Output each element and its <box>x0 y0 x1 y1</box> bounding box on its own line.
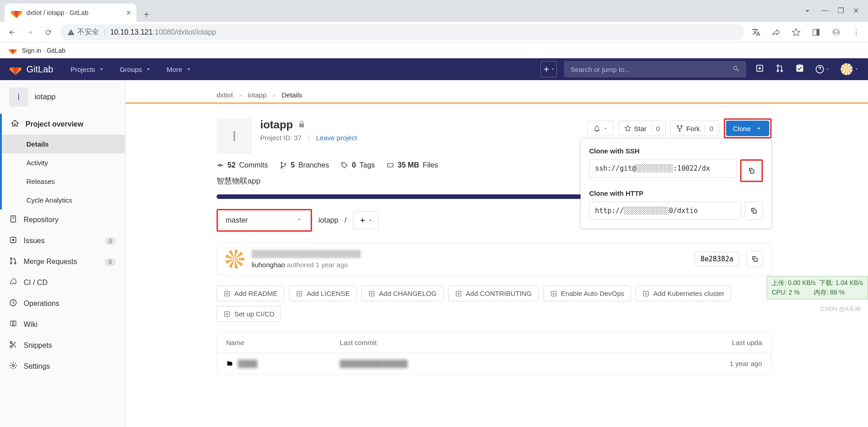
browser-tab-bar: dxtiot / iotapp · GitLab × + — ❐ ✕ <box>0 0 868 22</box>
sidebar-settings[interactable]: Settings <box>0 356 125 377</box>
plus-box-icon <box>296 290 303 297</box>
nav-groups[interactable]: Groups <box>113 58 158 80</box>
add-changelog-button[interactable]: Add CHANGELOG <box>361 285 444 301</box>
chevron-down-icon[interactable] <box>803 6 812 17</box>
commit-icon <box>217 162 224 169</box>
clone-ssh-label: Clone with SSH <box>589 147 763 155</box>
copy-http-button[interactable] <box>745 202 763 220</box>
sidebar-cicd[interactable]: CI / CD <box>0 272 125 293</box>
sidebar-activity[interactable]: Activity <box>2 153 125 172</box>
copy-sha-button[interactable] <box>747 251 763 267</box>
sidebar-operations[interactable]: Operations <box>0 293 125 314</box>
fork-button[interactable]: Fork0 <box>670 121 719 136</box>
sidebar-overview[interactable]: Project overview <box>2 114 125 135</box>
sidebar-repository[interactable]: Repository <box>0 209 125 230</box>
sidebar-snippets[interactable]: Snippets <box>0 335 125 356</box>
bookmark-link[interactable]: Sign in · GitLab <box>22 47 66 54</box>
project-header: I iotapp Project ID: 37 | Leave project … <box>217 107 772 159</box>
branch-selector[interactable]: master <box>219 211 310 229</box>
storage-stat[interactable]: 35 MBFiles <box>387 161 438 169</box>
svg-point-10 <box>10 258 12 259</box>
watermark: CSDN @A乐神 <box>821 305 861 313</box>
add-file-button[interactable] <box>353 211 378 229</box>
browser-tab[interactable]: dxtiot / iotapp · GitLab × <box>5 4 136 22</box>
share-icon[interactable] <box>770 26 782 39</box>
issues-count-badge: 0 <box>105 237 116 245</box>
mr-count-badge: 0 <box>105 258 116 266</box>
nav-projects[interactable]: Projects <box>64 58 111 80</box>
repository-icon <box>9 215 17 225</box>
profile-icon[interactable] <box>830 26 843 39</box>
nav-more[interactable]: More <box>160 58 198 80</box>
close-window-icon[interactable]: ✕ <box>853 6 859 17</box>
close-icon[interactable]: × <box>126 8 131 18</box>
branches-stat[interactable]: 5Branches <box>280 161 329 169</box>
window-controls: — ❐ ✕ <box>798 6 863 22</box>
copy-ssh-button[interactable] <box>742 162 761 180</box>
navbar-brand[interactable]: GitLab <box>9 63 53 76</box>
folder-icon <box>226 360 233 367</box>
reload-button[interactable] <box>42 26 55 39</box>
scissors-icon <box>9 341 17 351</box>
svg-point-19 <box>679 130 681 132</box>
commit-msg-blurred: ██████████████ <box>340 360 408 367</box>
merge-requests-icon[interactable] <box>775 64 784 75</box>
back-button[interactable] <box>5 26 18 39</box>
commits-stat[interactable]: 52Commits <box>217 161 268 169</box>
table-row[interactable]: ████ ██████████████ 1 year ago <box>217 353 771 374</box>
new-tab-button[interactable]: + <box>139 7 154 22</box>
breadcrumb-item[interactable]: dxtiot <box>217 91 233 99</box>
address-bar[interactable]: 不安全 | 10.10.13.121:10080/dxtiot/iotapp <box>60 24 744 41</box>
notification-button[interactable] <box>587 121 614 136</box>
clone-button[interactable]: Clone <box>726 121 769 136</box>
create-new-button[interactable] <box>540 61 557 77</box>
chevron-down-icon <box>755 125 762 132</box>
leave-project-link[interactable]: Leave project <box>316 134 357 142</box>
sidebar-cycle-analytics[interactable]: Cycle Analytics <box>2 191 125 209</box>
todos-icon[interactable] <box>795 64 804 75</box>
star-button[interactable]: Star0 <box>618 121 666 136</box>
setup-cicd-button[interactable]: Set up CI/CD <box>217 306 281 322</box>
add-contributing-button[interactable]: Add CONTRIBUTING <box>448 285 539 301</box>
reader-icon[interactable] <box>810 26 823 39</box>
plus-box-icon <box>550 290 557 297</box>
last-commit: liuhonghao authored 1 year ago 8e28382a <box>217 243 772 275</box>
clone-highlight: Clone <box>724 118 772 138</box>
file-table: Name Last commit Last upda ████ ████████… <box>217 332 772 374</box>
col-header-commit: Last commit <box>340 339 689 346</box>
commit-sha[interactable]: 8e28382a <box>695 252 739 266</box>
issues-icon[interactable] <box>755 64 764 75</box>
user-avatar[interactable] <box>841 63 859 75</box>
plus-box-icon <box>455 290 462 297</box>
sidebar-project-header[interactable]: I iotapp <box>0 80 125 114</box>
add-readme-button[interactable]: Add README <box>217 285 284 301</box>
chevron-down-icon <box>98 66 105 73</box>
favorites-bar: Sign in · GitLab <box>0 43 868 58</box>
star-icon <box>624 125 631 132</box>
svg-point-23 <box>281 162 283 163</box>
help-icon[interactable] <box>815 65 830 74</box>
sidebar-releases[interactable]: Releases <box>2 172 125 191</box>
sidebar-merge-requests[interactable]: Merge Requests0 <box>0 251 125 272</box>
breadcrumb: dxtiot iotapp Details <box>217 87 772 107</box>
path-crumb[interactable]: iotapp <box>318 216 338 224</box>
minimize-icon[interactable]: — <box>821 6 828 17</box>
enable-auto-devops-button[interactable]: Enable Auto DevOps <box>543 285 631 301</box>
add-kubernetes-button[interactable]: Add Kubernetes cluster <box>636 285 731 301</box>
menu-icon[interactable]: ⋮ <box>850 26 863 39</box>
star-icon[interactable] <box>790 26 802 39</box>
clone-http-input[interactable] <box>589 202 741 220</box>
commit-author-name[interactable]: liuhonghao <box>252 261 285 269</box>
sidebar-wiki[interactable]: Wiki <box>0 314 125 335</box>
sidebar-details[interactable]: Details <box>2 135 125 153</box>
breadcrumb-item[interactable]: iotapp <box>248 91 267 99</box>
add-license-button[interactable]: Add LICENSE <box>289 285 357 301</box>
translate-icon[interactable] <box>750 26 762 39</box>
tags-stat[interactable]: 0Tags <box>341 161 375 169</box>
path-sep: / <box>345 216 347 224</box>
forward-button[interactable] <box>24 26 36 39</box>
search-input[interactable]: Search or jump to... <box>564 61 746 77</box>
sidebar-issues[interactable]: Issues0 <box>0 230 125 251</box>
clone-ssh-input[interactable] <box>589 159 737 178</box>
maximize-icon[interactable]: ❐ <box>838 6 844 17</box>
